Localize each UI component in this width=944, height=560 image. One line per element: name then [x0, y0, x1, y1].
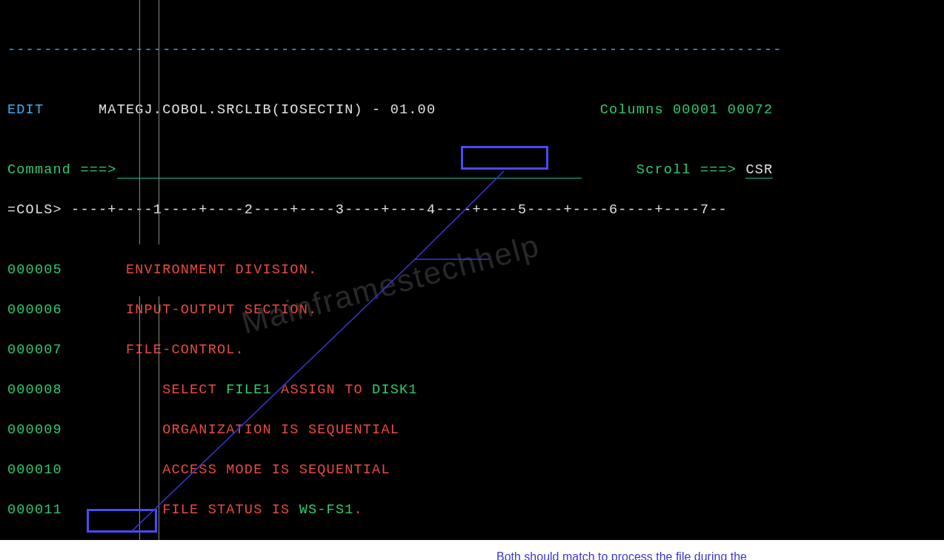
code[interactable]: ENVIRONMENT DIVISION.	[126, 262, 317, 278]
annotation-band: Both should match to process the file du…	[0, 540, 944, 560]
lineno[interactable]: 000007	[7, 342, 62, 358]
command-input[interactable]	[117, 162, 582, 179]
lineno[interactable]: 000005	[7, 262, 62, 278]
code[interactable]: SELECT	[126, 382, 226, 398]
lineno[interactable]: 000008	[7, 382, 62, 398]
command-prompt: Command ===>	[7, 162, 117, 178]
lineno[interactable]: 000010	[7, 462, 62, 478]
code[interactable]: FILE-CONTROL.	[126, 342, 245, 358]
dataset-name: MATEGJ.COBOL.SRCLIB(IOSECTIN) - 01.00	[99, 102, 436, 118]
columns-indicator: Columns 00001 00072	[600, 102, 774, 118]
dash-line: ----------------------------------------…	[7, 42, 782, 58]
ws-fs1-ident[interactable]: WS-FS1	[299, 502, 354, 518]
code[interactable]: INPUT-OUTPUT SECTION.	[126, 302, 317, 318]
code[interactable]: ASSIGN TO	[272, 382, 372, 398]
code[interactable]: ACCESS MODE IS SEQUENTIAL	[126, 462, 390, 478]
code[interactable]: FILE STATUS IS	[126, 502, 299, 518]
disk1-ident[interactable]: DISK1	[372, 382, 418, 398]
lineno[interactable]: 000006	[7, 302, 62, 318]
file1-ident[interactable]: FILE1	[226, 382, 272, 398]
scroll-value[interactable]: CSR	[745, 162, 773, 179]
scroll-label: Scroll ===>	[636, 162, 737, 178]
lineno[interactable]: 000011	[7, 502, 62, 518]
annotation-text: Both should match to process the file du…	[496, 549, 747, 560]
panel-cobol-source: ----------------------------------------…	[0, 0, 944, 540]
cols-ruler: =COLS> ----+----1----+----2----+----3---…	[7, 202, 728, 218]
edit-label: EDIT	[7, 102, 44, 118]
code[interactable]: ORGANIZATION IS SEQUENTIAL	[126, 422, 399, 438]
lineno[interactable]: 000009	[7, 422, 62, 438]
